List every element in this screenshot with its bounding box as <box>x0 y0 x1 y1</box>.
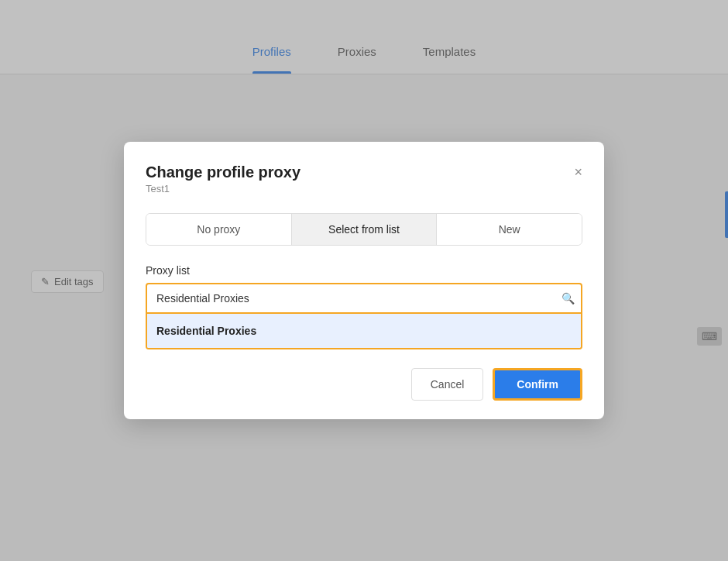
close-button[interactable]: × <box>574 165 582 179</box>
modal-overlay: Change profile proxy Test1 × No proxy Se… <box>0 0 728 561</box>
modal-header: Change profile proxy Test1 × <box>146 163 582 210</box>
cancel-button[interactable]: Cancel <box>411 368 484 401</box>
section-label: Proxy list <box>146 264 582 277</box>
modal-title: Change profile proxy <box>146 163 300 181</box>
proxy-list-section: Proxy list 🔍 Residential Proxies <box>146 264 582 349</box>
modal-title-group: Change profile proxy Test1 <box>146 163 300 210</box>
search-icon: 🔍 <box>561 292 575 305</box>
proxy-list-item[interactable]: Residential Proxies <box>147 314 581 348</box>
search-wrapper: 🔍 <box>146 283 582 314</box>
modal-subtitle: Test1 <box>146 183 300 194</box>
modal-footer: Cancel Confirm <box>146 368 582 401</box>
tab-no-proxy[interactable]: No proxy <box>146 214 292 245</box>
change-proxy-modal: Change profile proxy Test1 × No proxy Se… <box>124 142 604 419</box>
confirm-button[interactable]: Confirm <box>493 368 582 401</box>
proxy-dropdown-list: Residential Proxies <box>146 314 582 349</box>
proxy-search-input[interactable] <box>146 283 582 314</box>
tab-select-from-list[interactable]: Select from list <box>292 214 438 245</box>
tab-new[interactable]: New <box>437 214 582 245</box>
proxy-tab-group: No proxy Select from list New <box>146 213 582 246</box>
